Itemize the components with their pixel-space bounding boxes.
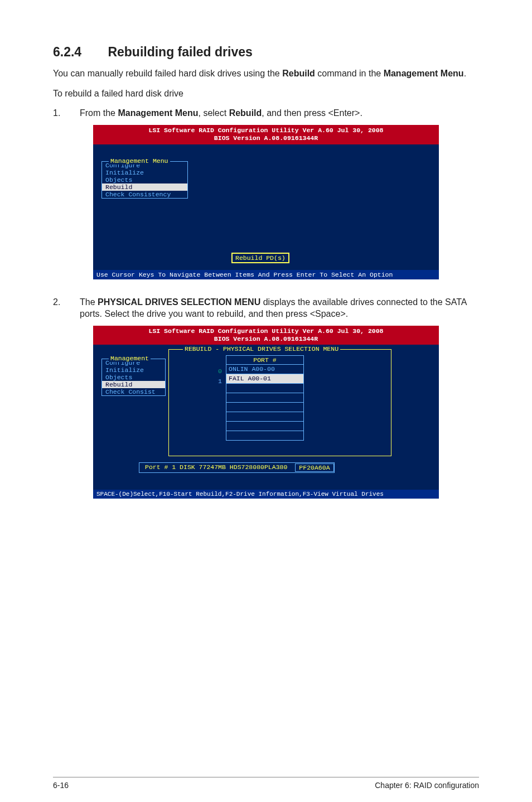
sub-line: To rebuild a failed hard disk drive: [53, 88, 479, 100]
menu-item-rebuild[interactable]: Rebuild: [102, 381, 165, 388]
step-text: From the: [80, 108, 118, 118]
intro-text: You can manually rebuild failed hard dis…: [53, 69, 282, 78]
rebuild-pd-box: Rebuild PD(s): [231, 253, 289, 263]
port-index-1: 1: [218, 378, 222, 385]
step-text: , and then press <Enter>.: [262, 108, 362, 118]
heading-number: 6.2.4: [53, 45, 104, 60]
bios-header-line2: BIOS Version A.08.09161344R: [93, 134, 439, 142]
menu-item-check-consist[interactable]: Check Consist: [102, 388, 165, 395]
port-row-empty[interactable]: [226, 412, 303, 422]
step-1: 1. From the Management Menu, select Rebu…: [53, 107, 479, 119]
port-row-0[interactable]: ONLIN A00-00: [226, 365, 303, 374]
bios-footer: Use Cursor Keys To Navigate Between Item…: [93, 270, 439, 279]
menu-item-rebuild[interactable]: Rebuild: [102, 183, 187, 191]
heading-title: Rebuilding failed drives: [108, 45, 252, 59]
bios-body: Management Configure Initialize Objects …: [93, 345, 439, 490]
port-row-empty[interactable]: [226, 393, 303, 403]
port-row-empty[interactable]: [226, 403, 303, 412]
step-bold: Rebuild: [229, 108, 262, 118]
bios-header-line1: LSI Software RAID Configuration Utility …: [93, 127, 439, 134]
port-index-0: 0: [218, 368, 222, 375]
port-header: PORT #: [226, 356, 303, 365]
drive-info-bar: Port # 1 DISK 77247MB HDS728080PLA380 PF…: [139, 462, 335, 473]
intro-rebuild: Rebuild: [282, 69, 315, 78]
menu-item-objects[interactable]: Objects: [102, 176, 187, 183]
port-table: PORT # ONLIN A00-00 FAIL A00-01: [226, 355, 304, 441]
step-2: 2. The PHYSICAL DRIVES SELECTION MENU di…: [53, 296, 479, 320]
section-heading: 6.2.4 Rebuilding failed drives: [53, 45, 479, 60]
bios-header-line1: LSI Software RAID Configuration Utility …: [93, 327, 439, 335]
drive-info-main: Port # 1 DISK 77247MB HDS728080PLA380: [139, 463, 293, 472]
management-menu[interactable]: Management Menu Configure Initialize Obj…: [101, 161, 188, 199]
bios-screenshot-2: LSI Software RAID Configuration Utility …: [93, 326, 439, 499]
step-number: 1.: [53, 107, 63, 119]
step-body: The PHYSICAL DRIVES SELECTION MENU displ…: [80, 296, 479, 320]
step-number: 2.: [53, 296, 63, 320]
management-menu-title: Management: [109, 355, 151, 362]
intro-text: .: [464, 69, 466, 78]
management-menu[interactable]: Management Configure Initialize Objects …: [101, 359, 166, 396]
management-menu-title: Management Menu: [109, 157, 170, 165]
intro-text: command in the: [315, 69, 384, 78]
port-row-1[interactable]: FAIL A00-01: [226, 374, 303, 384]
menu-item-check-consistency[interactable]: Check Consistency: [102, 191, 187, 198]
physical-drives-selection-menu: REBUILD - PHYSICAL DRIVES SELECTION MENU…: [168, 349, 391, 456]
step-body: From the Management Menu, select Rebuild…: [80, 107, 479, 119]
bios-header: LSI Software RAID Configuration Utility …: [93, 326, 439, 345]
bios-body: Management Menu Configure Initialize Obj…: [93, 144, 439, 270]
menu-item-objects[interactable]: Objects: [102, 374, 165, 381]
bios-footer: SPACE-(De)Select,F10-Start Rebuild,F2-Dr…: [93, 490, 439, 499]
port-row-empty[interactable]: [226, 384, 303, 393]
intro-paragraph: You can manually rebuild failed hard dis…: [53, 67, 479, 80]
selection-menu-title: REBUILD - PHYSICAL DRIVES SELECTION MENU: [183, 345, 340, 352]
bios-header: LSI Software RAID Configuration Utility …: [93, 125, 439, 144]
menu-item-initialize[interactable]: Initialize: [102, 169, 187, 176]
step-text: , select: [198, 108, 229, 118]
bios-header-line2: BIOS Version A.08.09161344R: [93, 335, 439, 343]
drive-info-code: PF20A60A: [295, 463, 333, 472]
bios-screenshot-1: LSI Software RAID Configuration Utility …: [93, 125, 439, 279]
port-row-empty[interactable]: [226, 422, 303, 431]
step-text: The: [80, 297, 98, 307]
step-bold: PHYSICAL DRIVES SELECTION MENU: [98, 297, 260, 307]
port-row-empty[interactable]: [226, 431, 303, 441]
step-bold: Management Menu: [118, 108, 198, 118]
menu-item-initialize[interactable]: Initialize: [102, 366, 165, 374]
intro-mgmt: Management Menu: [384, 69, 464, 78]
